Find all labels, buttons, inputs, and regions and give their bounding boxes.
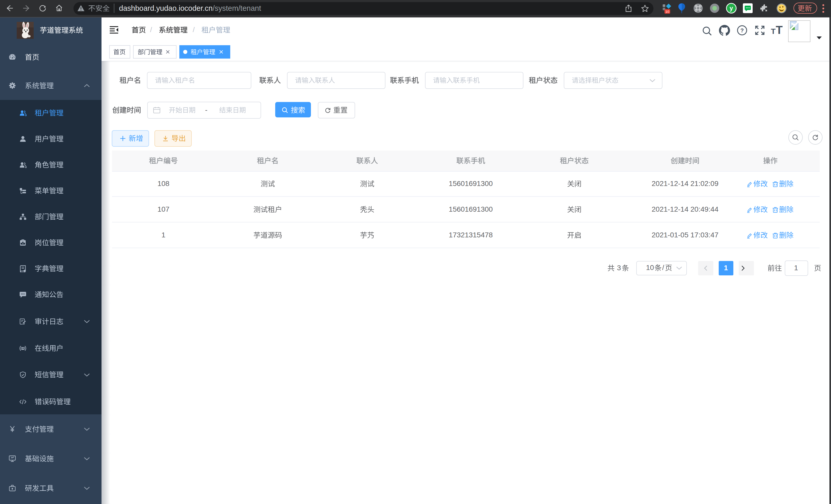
svg-text:y: y xyxy=(729,5,733,11)
svg-text:T: T xyxy=(776,25,783,35)
svg-text:T: T xyxy=(771,27,775,35)
svg-text:10: 10 xyxy=(665,10,669,13)
svg-text:?: ? xyxy=(740,27,744,34)
